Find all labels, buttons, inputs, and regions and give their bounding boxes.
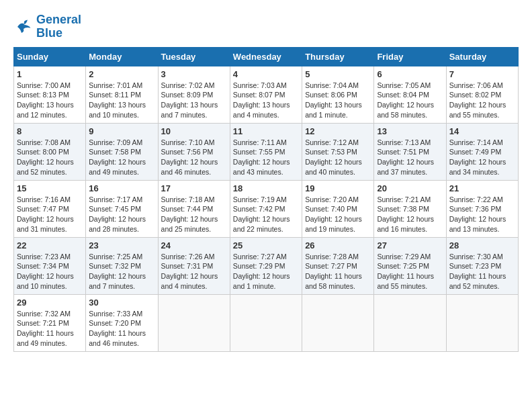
cell-content: Sunrise: 7:28 AM Sunset: 7:27 PM Dayligh…: [305, 252, 371, 291]
cell-content: Sunrise: 7:14 AM Sunset: 7:49 PM Dayligh…: [449, 138, 515, 177]
day-number: 21: [449, 183, 515, 193]
calendar-cell: 24 Sunrise: 7:26 AM Sunset: 7:31 PM Dayl…: [158, 237, 230, 294]
day-number: 25: [233, 240, 299, 250]
day-number: 23: [89, 240, 154, 250]
cell-content: Sunrise: 7:12 AM Sunset: 7:53 PM Dayligh…: [305, 138, 371, 177]
cell-content: Sunrise: 7:20 AM Sunset: 7:40 PM Dayligh…: [305, 195, 371, 234]
calendar-cell: 6 Sunrise: 7:05 AM Sunset: 8:04 PM Dayli…: [374, 66, 446, 123]
cell-content: Sunrise: 7:18 AM Sunset: 7:44 PM Dayligh…: [161, 195, 227, 234]
calendar-cell: 16 Sunrise: 7:17 AM Sunset: 7:45 PM Dayl…: [86, 180, 158, 237]
calendar-cell: 21 Sunrise: 7:22 AM Sunset: 7:36 PM Dayl…: [446, 180, 518, 237]
calendar-cell: 25 Sunrise: 7:27 AM Sunset: 7:29 PM Dayl…: [230, 237, 302, 294]
cell-content: Sunrise: 7:09 AM Sunset: 7:58 PM Dayligh…: [89, 138, 154, 177]
calendar-cell: 4 Sunrise: 7:03 AM Sunset: 8:07 PM Dayli…: [230, 66, 302, 123]
day-number: 1: [17, 69, 83, 79]
cell-content: Sunrise: 7:25 AM Sunset: 7:32 PM Dayligh…: [89, 252, 154, 291]
day-number: 24: [161, 240, 227, 250]
cell-content: Sunrise: 7:30 AM Sunset: 7:23 PM Dayligh…: [449, 252, 515, 291]
cell-content: Sunrise: 7:19 AM Sunset: 7:42 PM Dayligh…: [233, 195, 299, 234]
logo: General Blue: [13, 13, 81, 40]
cell-content: Sunrise: 7:13 AM Sunset: 7:51 PM Dayligh…: [377, 138, 443, 177]
calendar-week-3: 15 Sunrise: 7:16 AM Sunset: 7:47 PM Dayl…: [14, 180, 519, 237]
cell-content: Sunrise: 7:32 AM Sunset: 7:21 PM Dayligh…: [17, 309, 83, 349]
cell-content: Sunrise: 7:27 AM Sunset: 7:29 PM Dayligh…: [233, 252, 299, 291]
day-number: 14: [449, 126, 515, 136]
cell-content: Sunrise: 7:01 AM Sunset: 8:11 PM Dayligh…: [89, 81, 154, 120]
calendar-cell: 5 Sunrise: 7:04 AM Sunset: 8:06 PM Dayli…: [302, 66, 374, 123]
day-header-monday: Monday: [86, 47, 158, 66]
day-number: 20: [377, 183, 443, 193]
day-number: 15: [17, 183, 83, 193]
day-number: 22: [17, 240, 83, 250]
cell-content: Sunrise: 7:08 AM Sunset: 8:00 PM Dayligh…: [17, 138, 83, 177]
cell-content: Sunrise: 7:00 AM Sunset: 8:13 PM Dayligh…: [17, 81, 83, 120]
day-number: 18: [233, 183, 299, 193]
day-number: 6: [377, 69, 443, 79]
day-header-saturday: Saturday: [446, 47, 518, 66]
calendar-cell: 3 Sunrise: 7:02 AM Sunset: 8:09 PM Dayli…: [158, 66, 230, 123]
day-number: 12: [305, 126, 371, 136]
calendar-cell: 20 Sunrise: 7:21 AM Sunset: 7:38 PM Dayl…: [374, 180, 446, 237]
day-number: 2: [89, 69, 154, 79]
day-number: 16: [89, 183, 154, 193]
calendar-table: SundayMondayTuesdayWednesdayThursdayFrid…: [13, 47, 519, 352]
day-number: 28: [449, 240, 515, 250]
calendar-cell: 8 Sunrise: 7:08 AM Sunset: 8:00 PM Dayli…: [14, 123, 86, 180]
day-header-thursday: Thursday: [302, 47, 374, 66]
day-number: 19: [305, 183, 371, 193]
day-number: 30: [89, 298, 154, 308]
day-number: 27: [377, 240, 443, 250]
day-number: 26: [305, 240, 371, 250]
cell-content: Sunrise: 7:02 AM Sunset: 8:09 PM Dayligh…: [161, 81, 227, 120]
calendar-cell: [302, 294, 374, 351]
calendar-cell: 2 Sunrise: 7:01 AM Sunset: 8:11 PM Dayli…: [86, 66, 158, 123]
day-header-sunday: Sunday: [14, 47, 86, 66]
calendar-cell: 11 Sunrise: 7:11 AM Sunset: 7:55 PM Dayl…: [230, 123, 302, 180]
calendar-cell: 29 Sunrise: 7:32 AM Sunset: 7:21 PM Dayl…: [14, 294, 86, 351]
cell-content: Sunrise: 7:03 AM Sunset: 8:07 PM Dayligh…: [233, 81, 299, 120]
calendar-cell: 7 Sunrise: 7:06 AM Sunset: 8:02 PM Dayli…: [446, 66, 518, 123]
day-header-wednesday: Wednesday: [230, 47, 302, 66]
day-number: 13: [377, 126, 443, 136]
day-header-tuesday: Tuesday: [158, 47, 230, 66]
logo-icon: [13, 17, 34, 37]
day-number: 11: [233, 126, 299, 136]
cell-content: Sunrise: 7:10 AM Sunset: 7:56 PM Dayligh…: [161, 138, 227, 177]
day-number: 4: [233, 69, 299, 79]
calendar-cell: 15 Sunrise: 7:16 AM Sunset: 7:47 PM Dayl…: [14, 180, 86, 237]
calendar-week-5: 29 Sunrise: 7:32 AM Sunset: 7:21 PM Dayl…: [14, 294, 519, 351]
calendar-cell: 14 Sunrise: 7:14 AM Sunset: 7:49 PM Dayl…: [446, 123, 518, 180]
day-number: 17: [161, 183, 227, 193]
calendar-cell: 10 Sunrise: 7:10 AM Sunset: 7:56 PM Dayl…: [158, 123, 230, 180]
calendar-week-1: 1 Sunrise: 7:00 AM Sunset: 8:13 PM Dayli…: [14, 66, 519, 123]
day-number: 3: [161, 69, 227, 79]
calendar-cell: 19 Sunrise: 7:20 AM Sunset: 7:40 PM Dayl…: [302, 180, 374, 237]
day-number: 5: [305, 69, 371, 79]
day-number: 9: [89, 126, 154, 136]
calendar-cell: 26 Sunrise: 7:28 AM Sunset: 7:27 PM Dayl…: [302, 237, 374, 294]
calendar-cell: [374, 294, 446, 351]
calendar-cell: 22 Sunrise: 7:23 AM Sunset: 7:34 PM Dayl…: [14, 237, 86, 294]
cell-content: Sunrise: 7:11 AM Sunset: 7:55 PM Dayligh…: [233, 138, 299, 177]
calendar-cell: 12 Sunrise: 7:12 AM Sunset: 7:53 PM Dayl…: [302, 123, 374, 180]
day-number: 7: [449, 69, 515, 79]
calendar-cell: [230, 294, 302, 351]
cell-content: Sunrise: 7:26 AM Sunset: 7:31 PM Dayligh…: [161, 252, 227, 291]
calendar-cell: 13 Sunrise: 7:13 AM Sunset: 7:51 PM Dayl…: [374, 123, 446, 180]
day-number: 10: [161, 126, 227, 136]
page-header: General Blue: [13, 13, 519, 40]
cell-content: Sunrise: 7:21 AM Sunset: 7:38 PM Dayligh…: [377, 195, 443, 234]
logo-text: General Blue: [36, 13, 81, 40]
day-number: 29: [17, 298, 83, 308]
calendar-cell: 1 Sunrise: 7:00 AM Sunset: 8:13 PM Dayli…: [14, 66, 86, 123]
calendar-cell: 23 Sunrise: 7:25 AM Sunset: 7:32 PM Dayl…: [86, 237, 158, 294]
cell-content: Sunrise: 7:22 AM Sunset: 7:36 PM Dayligh…: [449, 195, 515, 234]
calendar-cell: 30 Sunrise: 7:33 AM Sunset: 7:20 PM Dayl…: [86, 294, 158, 351]
calendar-cell: 28 Sunrise: 7:30 AM Sunset: 7:23 PM Dayl…: [446, 237, 518, 294]
cell-content: Sunrise: 7:17 AM Sunset: 7:45 PM Dayligh…: [89, 195, 154, 234]
calendar-cell: 17 Sunrise: 7:18 AM Sunset: 7:44 PM Dayl…: [158, 180, 230, 237]
calendar-cell: 9 Sunrise: 7:09 AM Sunset: 7:58 PM Dayli…: [86, 123, 158, 180]
calendar-cell: [158, 294, 230, 351]
day-number: 8: [17, 126, 83, 136]
cell-content: Sunrise: 7:29 AM Sunset: 7:25 PM Dayligh…: [377, 252, 443, 291]
